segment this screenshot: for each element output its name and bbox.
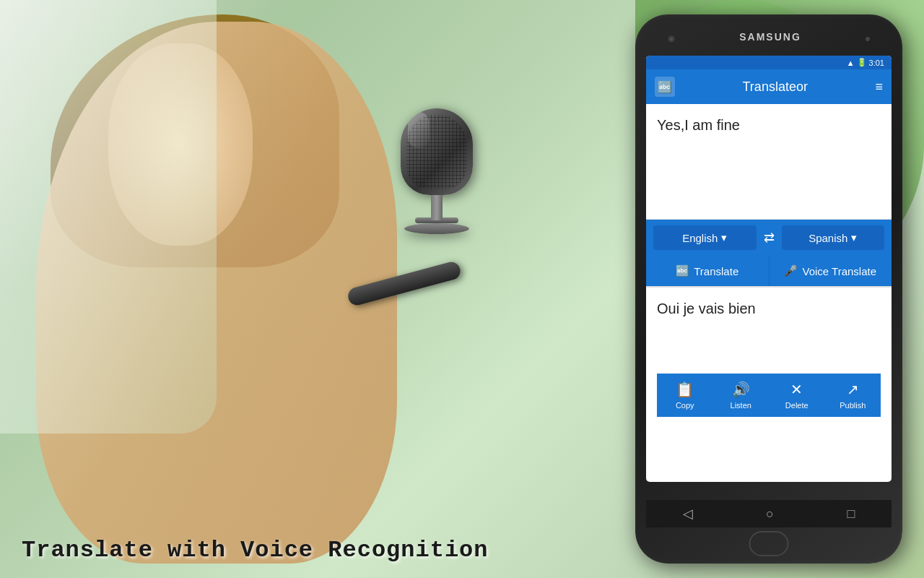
app-title: Translateor <box>682 79 868 95</box>
phone-sensor <box>866 37 870 41</box>
window-light <box>0 0 217 434</box>
mic-neck <box>431 195 443 220</box>
time-display: 3:01 <box>869 59 884 67</box>
caption-text: Translate with Voice Recognition <box>22 537 489 564</box>
listen-icon: 🔊 <box>732 381 750 398</box>
delete-label: Delete <box>785 401 808 410</box>
translate-btn-label: Translate <box>694 265 738 277</box>
delete-button[interactable]: ✕ Delete <box>769 374 825 417</box>
mic-base <box>404 223 469 234</box>
target-language-dropdown-icon: ▾ <box>851 231 857 244</box>
copy-icon: 📋 <box>676 381 694 398</box>
source-language-label: English <box>682 232 718 244</box>
target-language-label: Spanish <box>808 232 847 244</box>
listen-button[interactable]: 🔊 Listen <box>713 374 770 417</box>
publish-icon: ↗ <box>847 381 859 398</box>
navigation-bar: ◁ ○ □ <box>646 500 892 527</box>
phone-mockup: SAMSUNG ▲ 🔋 3:01 🔤 <box>635 14 902 564</box>
input-text-area[interactable]: Yes,I am fine <box>646 104 892 220</box>
source-language-button[interactable]: English ▾ <box>653 225 757 250</box>
translated-text-display: Oui je vais bien <box>657 298 881 319</box>
source-language-dropdown-icon: ▾ <box>721 231 727 244</box>
copy-button[interactable]: 📋 Copy <box>657 374 713 417</box>
action-buttons-bar: 🔤 Translate 🎤 Voice Translate <box>646 256 892 288</box>
microphone-illustration <box>390 108 484 253</box>
phone-brand: SAMSUNG <box>739 31 801 43</box>
delete-icon: ✕ <box>790 381 803 398</box>
physical-home-button[interactable] <box>749 531 789 556</box>
home-nav-button[interactable]: ○ <box>766 506 774 522</box>
mic-head <box>401 108 473 195</box>
target-language-button[interactable]: Spanish ▾ <box>782 225 885 250</box>
bottom-toolbar: 📋 Copy 🔊 Listen ✕ Delete ↗ Publish <box>657 374 881 417</box>
phone-body: SAMSUNG ▲ 🔋 3:01 🔤 <box>635 14 902 564</box>
held-device <box>346 275 491 383</box>
translate-icon: 🔤 <box>655 77 675 97</box>
back-nav-button[interactable]: ◁ <box>683 506 693 522</box>
hamburger-menu-icon[interactable]: ≡ <box>875 79 883 95</box>
app-header: 🔤 Translateor ≡ <box>646 69 892 104</box>
voice-translate-button[interactable]: 🎤 Voice Translate <box>770 256 892 286</box>
phone-top-sensors: SAMSUNG <box>646 25 892 52</box>
phone-screen: ▲ 🔋 3:01 🔤 Translateor ≡ Yes,I am fine <box>646 56 892 482</box>
recents-nav-button[interactable]: □ <box>847 506 855 522</box>
language-selector-bar: English ▾ ⇄ Spanish ▾ <box>646 220 892 256</box>
status-icons: ▲ 🔋 3:01 <box>847 58 884 67</box>
wifi-icon: ▲ <box>847 59 855 67</box>
listen-label: Listen <box>731 401 751 410</box>
background: Translate with Voice Recognition SAMSUNG… <box>0 0 924 578</box>
front-camera <box>668 35 675 43</box>
translate-btn-icon: 🔤 <box>676 264 689 277</box>
voice-translate-icon: 🎤 <box>784 264 798 277</box>
battery-icon: 🔋 <box>857 58 867 67</box>
input-text-display: Yes,I am fine <box>657 115 881 135</box>
swap-languages-button[interactable]: ⇄ <box>760 226 778 249</box>
copy-label: Copy <box>676 401 694 410</box>
publish-label: Publish <box>840 401 866 410</box>
voice-translate-label: Voice Translate <box>802 265 876 277</box>
status-bar: ▲ 🔋 3:01 <box>646 56 892 69</box>
translate-button[interactable]: 🔤 Translate <box>646 256 770 286</box>
publish-button[interactable]: ↗ Publish <box>825 374 881 417</box>
